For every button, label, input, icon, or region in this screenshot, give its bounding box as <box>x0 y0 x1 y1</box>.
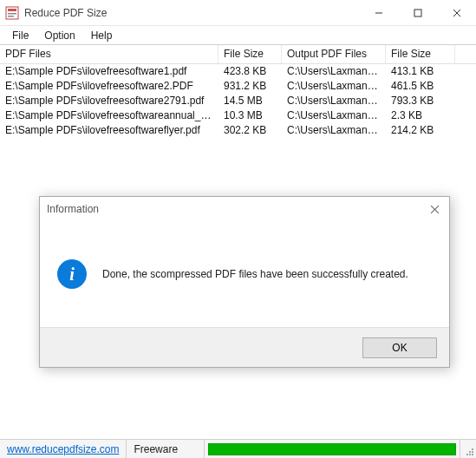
cell-size: 10.3 MB <box>218 108 282 123</box>
cell-size: 302.2 KB <box>218 123 282 138</box>
dialog-close-button[interactable] <box>427 201 442 217</box>
cell-pdf: E:\Sample PDFs\ilovefreesoftwareflyer.pd… <box>0 123 218 138</box>
dialog-button-area: OK <box>40 327 449 367</box>
col-pdf-files[interactable]: PDF Files <box>0 45 218 63</box>
cell-output-size: 2.3 KB <box>386 108 455 123</box>
close-button[interactable] <box>437 0 476 25</box>
dialog-message: Done, the scompressed PDF files have bee… <box>102 268 408 280</box>
cell-output-size: 793.3 KB <box>386 94 455 108</box>
col-file-size[interactable]: File Size <box>218 45 282 63</box>
list-header: PDF Files File Size Output PDF Files Fil… <box>0 45 476 64</box>
svg-rect-2 <box>8 13 16 15</box>
cell-pdf: E:\Sample PDFs\ilovefreesoftware2.PDF <box>0 79 218 94</box>
cell-size: 423.8 KB <box>218 64 282 79</box>
window-title: Reduce PDF Size <box>24 7 107 19</box>
svg-point-12 <box>469 451 471 453</box>
dialog-body: i Done, the scompressed PDF files have b… <box>40 221 449 327</box>
cell-size: 931.2 KB <box>218 79 282 94</box>
cell-pdf: E:\Sample PDFs\ilovefreesoftwareannual_r… <box>0 108 218 123</box>
titlebar: Reduce PDF Size <box>0 0 476 26</box>
cell-output: C:\Users\Laxman Si... <box>282 94 386 108</box>
menubar: File Option Help <box>0 26 476 45</box>
svg-point-13 <box>472 448 473 450</box>
cell-output: C:\Users\Laxman Si... <box>282 108 386 123</box>
table-row[interactable]: E:\Sample PDFs\ilovefreesoftwareflyer.pd… <box>0 123 476 138</box>
app-icon <box>5 6 19 20</box>
table-row[interactable]: E:\Sample PDFs\ilovefreesoftwareannual_r… <box>0 108 476 123</box>
table-row[interactable]: E:\Sample PDFs\ilovefreesoftware1.pdf423… <box>0 64 476 79</box>
svg-point-11 <box>472 451 473 453</box>
info-icon: i <box>57 259 87 289</box>
cell-output: C:\Users\Laxman Si... <box>282 79 386 94</box>
window-controls <box>359 0 476 25</box>
cell-pdf: E:\Sample PDFs\ilovefreesoftware1.pdf <box>0 64 218 79</box>
resize-grip[interactable] <box>460 440 476 458</box>
website-link[interactable]: www.reducepdfsize.com <box>0 440 127 458</box>
dialog-titlebar: Information <box>40 197 449 221</box>
svg-rect-1 <box>8 9 16 11</box>
cell-pdf: E:\Sample PDFs\ilovefreesoftware2791.pdf <box>0 94 218 108</box>
freeware-label: Freeware <box>127 440 205 458</box>
svg-point-8 <box>472 454 473 455</box>
progress-bar <box>208 443 456 455</box>
info-dialog: Information i Done, the scompressed PDF … <box>39 196 450 368</box>
minimize-button[interactable] <box>359 0 398 25</box>
cell-size: 14.5 MB <box>218 94 282 108</box>
table-row[interactable]: E:\Sample PDFs\ilovefreesoftware2.PDF931… <box>0 79 476 94</box>
cell-output-size: 413.1 KB <box>386 64 455 79</box>
menu-help[interactable]: Help <box>84 28 120 43</box>
svg-point-9 <box>469 454 471 455</box>
maximize-button[interactable] <box>398 0 437 25</box>
progress-cell <box>205 440 460 458</box>
cell-output-size: 461.5 KB <box>386 79 455 94</box>
ok-button[interactable]: OK <box>362 337 437 358</box>
cell-output-size: 214.2 KB <box>386 123 455 138</box>
statusbar: www.reducepdfsize.com Freeware <box>0 439 476 458</box>
cell-output: C:\Users\Laxman Si... <box>282 123 386 138</box>
cell-output: C:\Users\Laxman Si... <box>282 64 386 79</box>
table-row[interactable]: E:\Sample PDFs\ilovefreesoftware2791.pdf… <box>0 94 476 108</box>
col-output-size[interactable]: File Size <box>386 45 455 63</box>
menu-option[interactable]: Option <box>37 28 82 43</box>
dialog-title: Information <box>47 203 99 215</box>
svg-rect-5 <box>414 10 421 16</box>
col-output-pdf[interactable]: Output PDF Files <box>282 45 386 63</box>
svg-rect-3 <box>8 16 14 17</box>
svg-point-10 <box>466 454 468 455</box>
menu-file[interactable]: File <box>5 28 36 43</box>
